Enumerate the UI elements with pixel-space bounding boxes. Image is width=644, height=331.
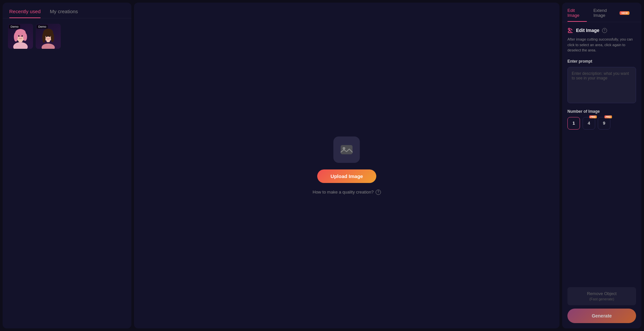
list-item[interactable]: Demo xyxy=(36,24,61,49)
image-grid: Demo xyxy=(8,24,126,49)
svg-point-7 xyxy=(18,35,19,37)
upload-image-button[interactable]: Upload Image xyxy=(317,169,376,183)
svg-point-6 xyxy=(23,33,27,41)
number-option-1[interactable]: 1 xyxy=(567,117,580,130)
svg-point-5 xyxy=(14,32,18,42)
edit-description: After image cutting successfully, you ca… xyxy=(567,37,636,53)
svg-point-16 xyxy=(46,36,47,37)
svg-point-20 xyxy=(568,28,570,30)
svg-point-14 xyxy=(42,32,46,43)
list-item[interactable]: Demo xyxy=(8,24,33,49)
number-section-label: Number of Image xyxy=(567,109,636,114)
demo-badge: Demo xyxy=(37,25,48,29)
main-canvas: Upload Image How to make a quality creat… xyxy=(134,3,559,328)
quality-hint[interactable]: How to make a quality creation? ? xyxy=(313,190,381,195)
tab-recently-used[interactable]: Recently used xyxy=(9,9,41,18)
pro-badge-4: PRO xyxy=(589,115,597,118)
svg-rect-18 xyxy=(341,145,353,154)
help-icon[interactable]: ? xyxy=(602,28,607,33)
sidebar-content: Demo xyxy=(3,18,131,328)
remove-object-button[interactable]: Remove Object (Fast generate) xyxy=(567,287,636,305)
remove-object-sub: (Fast generate) xyxy=(571,297,632,301)
svg-point-17 xyxy=(49,36,51,37)
image-placeholder-icon xyxy=(333,136,360,163)
edit-image-icon xyxy=(567,27,573,33)
right-panel: Edit Image Extend Image NEW Edit Image ?… xyxy=(562,3,641,328)
tab-my-creations[interactable]: My creations xyxy=(50,9,78,18)
tab-edit-image[interactable]: Edit Image xyxy=(567,8,587,22)
tab-extend-image[interactable]: Extend Image NEW xyxy=(593,8,629,22)
sidebar-tabs: Recently used My creations xyxy=(3,3,131,18)
prompt-section-label: Enter prompt xyxy=(567,59,636,64)
right-panel-tabs: Edit Image Extend Image NEW xyxy=(562,3,641,22)
pro-badge-9: PRO xyxy=(604,115,612,118)
demo-badge: Demo xyxy=(9,25,20,29)
svg-point-15 xyxy=(51,33,54,42)
number-options: 1 4 PRO 9 PRO xyxy=(567,117,636,130)
right-panel-content: Edit Image ? After image cutting success… xyxy=(562,22,641,328)
svg-point-8 xyxy=(21,35,23,37)
sidebar: Recently used My creations xyxy=(3,3,131,328)
question-icon: ? xyxy=(376,190,381,195)
prompt-textarea[interactable] xyxy=(567,67,636,103)
bottom-section: Remove Object (Fast generate) Generate xyxy=(567,283,636,323)
generate-button[interactable]: Generate xyxy=(567,309,636,323)
remove-object-label: Remove Object xyxy=(571,291,632,297)
edit-image-header: Edit Image ? xyxy=(567,27,636,33)
edit-image-title: Edit Image xyxy=(576,28,599,33)
quality-hint-text: How to make a quality creation? xyxy=(313,190,374,195)
upload-area: Upload Image How to make a quality creat… xyxy=(313,136,381,195)
number-section: Number of Image 1 4 PRO 9 PRO xyxy=(567,109,636,130)
number-option-4[interactable]: 4 PRO xyxy=(583,117,595,130)
new-badge: NEW xyxy=(620,11,629,15)
number-option-9[interactable]: 9 PRO xyxy=(598,117,610,130)
